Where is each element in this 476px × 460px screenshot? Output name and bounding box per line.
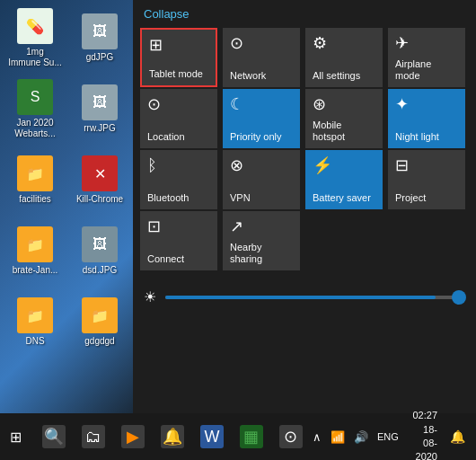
tile-label-tablet-mode: Tablet mode — [149, 68, 203, 80]
chrome-taskbar[interactable]: ⊙ — [272, 413, 310, 460]
tile-label-project: Project — [395, 192, 426, 204]
action-center: Collapse ⊞ Tablet mode ⊙ Network ⚙ All s… — [133, 0, 476, 413]
tile-label-connect: Connect — [147, 253, 184, 265]
start-button[interactable]: ⊞ — [0, 413, 31, 460]
tile-mobile-hotspot[interactable]: ⊛ Mobile hotspot — [305, 89, 383, 148]
desktop-icon-2[interactable]: S Jan 2020Webarts... — [4, 75, 66, 143]
tile-label-mobile-hotspot: Mobile hotspot — [313, 119, 375, 143]
tile-icon-priority-only: ☾ — [230, 96, 244, 112]
tray-area: ∧ 📶 🔊 ENG 02:27 18-08-2020 🔔 — [310, 407, 476, 460]
tray-time: 02:27 — [410, 409, 437, 422]
tile-icon-tablet-mode: ⊞ — [149, 37, 163, 53]
brightness-area: ☀ — [133, 278, 476, 316]
tile-connect[interactable]: ⊡ Connect — [140, 211, 217, 270]
tile-label-nearby-sharing: Nearby sharing — [230, 242, 293, 265]
tile-vpn[interactable]: ⊗ VPN — [223, 150, 300, 209]
cmd-taskbar[interactable]: ▦ — [233, 413, 270, 460]
tile-location[interactable]: ⊙ Location — [140, 89, 217, 148]
tiles-grid: ⊞ Tablet mode ⊙ Network ⚙ All settings ✈… — [133, 26, 476, 278]
brightness-icon: ☀ — [144, 288, 156, 305]
desktop: 💊 1mgImmune Su... 🖼 gdJPG S Jan 2020Weba… — [0, 0, 135, 413]
brightness-slider[interactable] — [165, 296, 465, 299]
tile-icon-airplane-mode: ✈ — [395, 35, 409, 51]
tile-label-vpn: VPN — [230, 192, 251, 204]
desktop-icon-1[interactable]: 🖼 gdJPG — [69, 4, 130, 72]
vlc-taskbar[interactable]: ▶ — [114, 413, 152, 460]
tile-battery-saver[interactable]: ⚡ Battery saver — [305, 150, 383, 209]
taskbar: ⊞ 🔍🗂▶🔔W▦⊙ ∧ 📶 🔊 ENG 02:27 18-08-2020 🔔 — [0, 413, 476, 460]
brightness-thumb — [452, 290, 466, 305]
desktop-icon-4[interactable]: 📁 facilities — [4, 146, 66, 214]
tray-clock[interactable]: 02:27 18-08-2020 — [405, 407, 443, 460]
tile-network[interactable]: ⊙ Network — [223, 28, 300, 87]
search-taskbar[interactable]: 🔍 — [35, 413, 73, 460]
tray-language[interactable]: ENG — [375, 429, 401, 444]
tile-icon-network: ⊙ — [230, 35, 243, 51]
brightness-fill — [165, 296, 436, 299]
tray-notification-icon[interactable]: 🔔 — [446, 428, 469, 446]
ac-taskbar[interactable]: 🔔 — [154, 413, 191, 460]
desktop-icon-9[interactable]: 📁 gdgdgd — [69, 288, 130, 356]
desktop-icon-3[interactable]: 🖼 rrw.JPG — [69, 75, 130, 143]
tray-network-icon[interactable]: 📶 — [328, 429, 348, 446]
tile-icon-connect: ⊡ — [147, 218, 161, 234]
tile-icon-project: ⊟ — [395, 157, 409, 173]
tray-date: 18-08-2020 — [410, 423, 437, 460]
desktop-icon-5[interactable]: ✕ Kill-Chrome — [69, 146, 130, 214]
tile-project[interactable]: ⊟ Project — [388, 150, 465, 209]
tile-nearby-sharing[interactable]: ↗ Nearby sharing — [223, 211, 300, 270]
tile-airplane-mode[interactable]: ✈ Airplane mode — [388, 28, 465, 87]
taskview-taskbar[interactable]: 🗂 — [75, 413, 112, 460]
desktop-icon-0[interactable]: 💊 1mgImmune Su... — [4, 4, 66, 72]
desktop-icon-6[interactable]: 📁 brate-Jan... — [4, 217, 66, 285]
tile-priority-only[interactable]: ☾ Priority only — [223, 89, 300, 148]
tile-label-bluetooth: Bluetooth — [147, 192, 189, 204]
taskbar-app-icons: 🔍🗂▶🔔W▦⊙ — [31, 413, 310, 460]
tray-chevron[interactable]: ∧ — [310, 429, 324, 446]
word-taskbar[interactable]: W — [193, 413, 231, 460]
desktop-icon-7[interactable]: 🖼 dsd.JPG — [69, 217, 130, 285]
tile-icon-vpn: ⊗ — [230, 157, 243, 173]
tile-night-light[interactable]: ✦ Night light — [388, 89, 465, 148]
tile-label-location: Location — [147, 131, 185, 143]
tray-volume-icon[interactable]: 🔊 — [351, 429, 371, 446]
tile-all-settings[interactable]: ⚙ All settings — [305, 28, 383, 87]
tile-icon-nearby-sharing: ↗ — [230, 218, 243, 234]
tile-label-night-light: Night light — [395, 131, 439, 143]
tile-bluetooth[interactable]: ᛒ Bluetooth — [140, 150, 217, 209]
tile-icon-all-settings: ⚙ — [313, 35, 327, 51]
tile-icon-night-light: ✦ — [395, 96, 409, 112]
tile-label-priority-only: Priority only — [230, 131, 281, 143]
desktop-icon-8[interactable]: 📁 DNS — [4, 288, 66, 356]
tile-icon-bluetooth: ᛒ — [147, 157, 157, 173]
tile-icon-mobile-hotspot: ⊛ — [313, 96, 326, 112]
tile-label-all-settings: All settings — [313, 70, 360, 82]
collapse-button[interactable]: Collapse — [133, 0, 200, 26]
tile-tablet-mode[interactable]: ⊞ Tablet mode — [140, 28, 217, 87]
tile-label-airplane-mode: Airplane mode — [395, 58, 458, 82]
tile-label-battery-saver: Battery saver — [313, 192, 371, 204]
tile-icon-location: ⊙ — [147, 96, 161, 112]
tile-icon-battery-saver: ⚡ — [313, 157, 332, 173]
tile-label-network: Network — [230, 70, 266, 82]
